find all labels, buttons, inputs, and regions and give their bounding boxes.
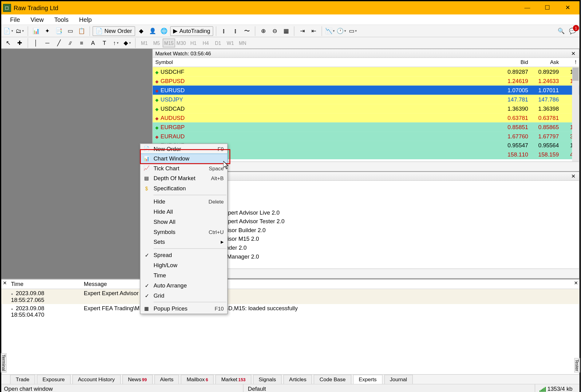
market-watch-row-usdchf[interactable]: USDCHF0.892870.8929912 <box>153 67 579 76</box>
indicators-button[interactable]: 📉 <box>325 26 335 36</box>
new-chart-button[interactable]: 📄 <box>3 26 14 36</box>
minimize-button[interactable]: — <box>517 1 537 14</box>
log-row[interactable]: 2023.09.08 18:55:27.065Expert Expert Adv… <box>1 289 579 304</box>
alerts-bell-icon[interactable]: 💬1 <box>567 26 578 36</box>
trendline-tool[interactable]: ╱ <box>53 38 64 47</box>
chart-area[interactable] <box>1 49 152 279</box>
market-watch-row-gbpusd[interactable]: GBPUSD1.246191.2463314 <box>153 76 579 85</box>
navigator-toggle[interactable]: ✦ <box>42 26 53 36</box>
zoom-in-button[interactable]: ⊕ <box>258 26 268 36</box>
crosshair-tool[interactable]: ✚ <box>14 38 25 47</box>
timeframe-h4[interactable]: H4 <box>200 38 212 47</box>
market-watch-row-usdcad[interactable]: USDCAD1.363901.363988 <box>153 104 579 113</box>
ctx-time[interactable]: Time <box>140 270 227 280</box>
search-icon[interactable]: 🔍 <box>556 26 566 36</box>
terminal-side-label[interactable]: Terminal <box>1 353 7 372</box>
autotrading-button[interactable]: ▶ AutoTrading <box>170 26 213 36</box>
log-row[interactable]: 2023.09.08 18:55:04.470Expert FEA Tradin… <box>1 304 579 319</box>
market-watch-row-eurgbp[interactable]: EURGBP0.858510.8586514 <box>153 122 579 132</box>
timeframe-m30[interactable]: M30 <box>175 38 187 47</box>
chart-shift-button[interactable]: ⇤ <box>308 26 319 36</box>
fibonacci-tool[interactable]: ≡ <box>76 38 87 47</box>
cursor-tool[interactable]: ↖ <box>3 38 14 47</box>
ctx-spread[interactable]: Spread <box>140 250 227 260</box>
close-button[interactable]: ✕ <box>558 1 578 14</box>
tile-windows-button[interactable]: ▦ <box>281 26 291 36</box>
btab-exposure[interactable]: Exposure <box>37 375 70 384</box>
bar-chart-button[interactable]: ⫿ <box>219 26 229 36</box>
ctx-depth-of-market[interactable]: ▤Depth Of MarketAlt+B <box>140 173 227 184</box>
ctx-sets[interactable]: Sets <box>140 237 227 247</box>
vertical-line-tool[interactable]: │ <box>31 38 41 47</box>
metaquotes-button[interactable]: ◆ <box>136 26 146 36</box>
ctx-auto-arrange[interactable]: Auto Arrange <box>140 280 227 291</box>
menu-file[interactable]: File <box>5 15 25 24</box>
status-profile[interactable]: Default <box>243 384 535 392</box>
scrollbar[interactable] <box>572 67 579 161</box>
menu-view[interactable]: View <box>25 15 49 24</box>
market-watch-row-euraud[interactable]: EURAUD1.677601.6779737 <box>153 132 579 141</box>
btab-trade[interactable]: Trade <box>10 375 35 384</box>
ctx-symbols[interactable]: SymbolsCtrl+U <box>140 227 227 237</box>
text-tool[interactable]: A <box>88 38 98 47</box>
terminal-toggle[interactable]: ▭ <box>65 26 75 36</box>
text-label-tool[interactable]: T <box>99 38 110 47</box>
market-watch-row-audusd[interactable]: AUDUSD0.637810.63781 <box>153 113 579 122</box>
tester-side-label[interactable]: Tester <box>574 358 580 372</box>
btab-journal[interactable]: Journal <box>384 375 413 384</box>
new-order-button[interactable]: 📄 New Order <box>93 26 135 36</box>
timeframe-mn[interactable]: MN <box>236 38 249 47</box>
timeframe-d1[interactable]: D1 <box>212 38 224 47</box>
channel-tool[interactable]: ⫽ <box>65 38 75 47</box>
maximize-button[interactable]: ☐ <box>537 1 558 14</box>
ctx-grid[interactable]: Grid <box>140 291 227 301</box>
ctx-popup-prices[interactable]: ▦Popup PricesF10 <box>140 303 227 314</box>
ctx-new-order[interactable]: 📄New OrderF9 <box>140 144 227 154</box>
templates-button[interactable]: ▭ <box>347 26 358 36</box>
btab-mailbox[interactable]: Mailbox6 <box>181 375 214 384</box>
market-watch-close[interactable]: ✕ <box>570 50 576 56</box>
btab-signals[interactable]: Signals <box>253 375 282 384</box>
market-watch-row-usdjpy[interactable]: USDJPY147.781147.7865 <box>153 95 579 104</box>
signals-button[interactable]: 🌐 <box>159 26 169 36</box>
candlestick-button[interactable]: ⫿ <box>230 26 241 36</box>
btab-articles[interactable]: Articles <box>283 375 312 384</box>
timeframe-w1[interactable]: W1 <box>224 38 236 47</box>
shape-tool[interactable]: ◆ <box>122 38 132 47</box>
ctx-hide[interactable]: HideDelete <box>140 196 227 207</box>
timeframe-m1[interactable]: M1 <box>138 38 151 47</box>
data-window-toggle[interactable]: 📑 <box>53 26 64 36</box>
ctx-highlow[interactable]: High/Low <box>140 260 227 270</box>
timeframe-m15[interactable]: M15 <box>163 38 175 47</box>
menu-help[interactable]: Help <box>74 15 97 24</box>
btab-experts[interactable]: Experts <box>353 375 382 384</box>
btab-account-history[interactable]: Account History <box>72 375 121 384</box>
timeframe-h1[interactable]: H1 <box>187 38 200 47</box>
strategy-tester-toggle[interactable]: 📋 <box>76 26 87 36</box>
ctx-hide-all[interactable]: Hide All <box>140 207 227 217</box>
market-watch-row-eurusd[interactable]: EURUSD1.070051.070116 <box>153 85 579 95</box>
auto-scroll-button[interactable]: ⇥ <box>297 26 307 36</box>
menu-tools[interactable]: Tools <box>49 15 74 24</box>
ctx-chart-window[interactable]: 📊Chart Window <box>140 153 227 164</box>
profiles-button[interactable]: 🗂 <box>14 26 25 36</box>
btab-news[interactable]: News99 <box>122 375 153 384</box>
arrow-tool[interactable]: ↑ <box>111 38 121 47</box>
timeframe-m5[interactable]: M5 <box>150 38 163 47</box>
expert-advisors-button[interactable]: 👤 <box>147 26 158 36</box>
navigator-close[interactable]: ✕ <box>570 173 576 179</box>
terminal-close-right[interactable]: ✕ <box>573 280 579 286</box>
ctx-tick-chart[interactable]: 📈Tick ChartSpace <box>140 163 227 173</box>
terminal-close[interactable]: ✕ <box>2 280 7 286</box>
ctx-specification[interactable]: $Specification <box>140 183 227 193</box>
btab-market[interactable]: Market153 <box>215 375 251 384</box>
btab-code-base[interactable]: Code Base <box>314 375 351 384</box>
line-chart-button[interactable]: 〜 <box>242 26 252 36</box>
market-watch-toggle[interactable]: 📊 <box>31 26 41 36</box>
periodicity-button[interactable]: 🕐 <box>336 26 346 36</box>
horizontal-line-tool[interactable]: ─ <box>42 38 53 47</box>
btab-alerts[interactable]: Alerts <box>154 375 179 384</box>
zoom-out-button[interactable]: ⊖ <box>269 26 280 36</box>
ctx-show-all[interactable]: Show All <box>140 217 227 227</box>
status-connection[interactable]: 1353/4 kb <box>535 384 577 392</box>
